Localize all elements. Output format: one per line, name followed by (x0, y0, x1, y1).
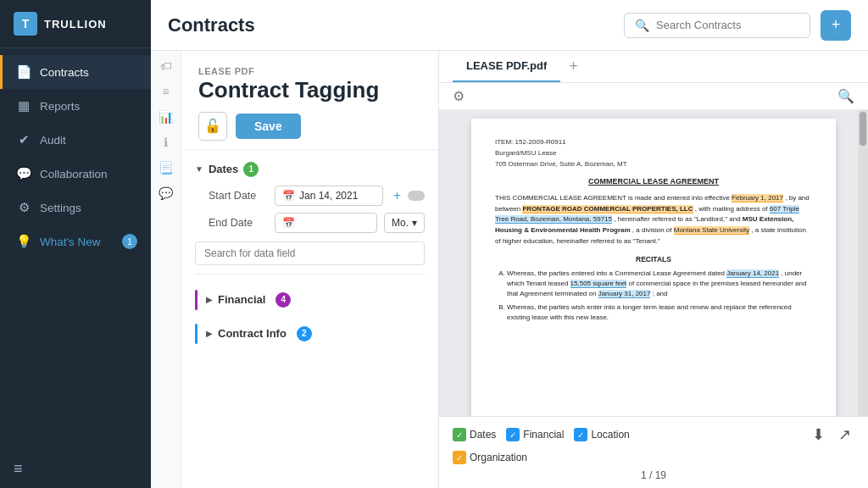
recital-a-end: January 31, 2017 (598, 290, 651, 298)
recitals-list: Whereas, the parties entered into a Comm… (495, 269, 812, 323)
legend-location: ✓ Location (574, 428, 629, 441)
data-field-search[interactable] (195, 241, 425, 265)
dates-label: Dates (209, 163, 238, 175)
contract-title: Contract Tagging (198, 78, 421, 103)
sidebar-item-settings[interactable]: ⚙ Settings (0, 191, 151, 225)
end-date-row: End Date 📅 Mo. ▾ (209, 213, 425, 233)
external-link-button[interactable]: ↗ (835, 424, 854, 446)
recital-a: Whereas, the parties entered into a Comm… (507, 269, 812, 299)
contract-info-badge: 2 (297, 326, 312, 341)
pdf-tab-label: LEASE PDF.pdf (466, 59, 547, 72)
pdf-body: THIS COMMERCIAL LEASE AGREEMENT is made … (495, 193, 812, 324)
reports-icon: ▦ (16, 98, 31, 114)
scrollbar-thumb (860, 112, 866, 146)
pdf-bottom-row1: ✓ Dates ✓ Financial ✓ Location (453, 424, 854, 446)
collaboration-icon: 💬 (16, 166, 31, 181)
add-button[interactable]: + (821, 10, 851, 41)
sidebar-nav: 📄 Contracts ▦ Reports ✔ Audit 💬 Collabor… (0, 48, 151, 450)
search-icon: 🔍 (635, 19, 649, 32)
start-date-row: Start Date 📅 Jan 14, 2021 + (209, 186, 425, 206)
whats-new-icon: 💡 (16, 234, 31, 249)
contract-info-toggle: ▶ (206, 329, 213, 338)
search-field-row (195, 241, 425, 265)
contract-info-label: Contract Info (218, 327, 287, 340)
sidebar-item-collaboration[interactable]: 💬 Collaboration (0, 157, 151, 191)
pdf-actions: ⬇ ↗ (809, 424, 854, 446)
start-date-value: Jan 14, 2021 (299, 190, 358, 202)
contract-toolbar: 🔓 Save (198, 112, 421, 141)
contract-header: LEASE PDF Contract Tagging 🔓 Save (181, 51, 438, 150)
pdf-tabs: LEASE PDF.pdf + (439, 51, 868, 83)
main-content: Contracts 🔍 + 🏷 ≡ 📊 ℹ 📃 💬 (151, 0, 868, 488)
pdf-scrollbar[interactable] (858, 110, 868, 416)
calendar-icon-2: 📅 (282, 217, 295, 229)
sidebar-menu-toggle[interactable]: ≡ (0, 450, 151, 488)
organization-checkbox[interactable]: ✓ (453, 451, 466, 464)
content-area: 🏷 ≡ 📊 ℹ 📃 💬 LEASE PDF Contract Tagging 🔓 (151, 51, 868, 488)
financial-section[interactable]: ▶ Financial 4 (195, 283, 425, 317)
search-box[interactable]: 🔍 (624, 13, 810, 38)
whats-new-badge: 1 (122, 234, 137, 249)
financial-badge: 4 (275, 292, 291, 308)
sidebar-item-label: What's New (40, 236, 101, 248)
lock-button[interactable]: 🔓 (198, 112, 227, 141)
legend-organization: ✓ Organization (453, 451, 527, 464)
recitals-title: RECITALS (495, 254, 812, 266)
legend-row2: ✓ Organization (453, 451, 854, 464)
download-button[interactable]: ⬇ (809, 424, 828, 446)
location-checkbox[interactable]: ✓ (574, 428, 587, 441)
pdf-bottom-bar: ✓ Dates ✓ Financial ✓ Location (439, 416, 868, 488)
legend-items: ✓ Dates ✓ Financial ✓ Location (453, 428, 630, 441)
end-date-label: End Date (209, 217, 268, 229)
pdf-toolbar: ⚙ 🔍 (439, 83, 868, 110)
pdf-gear-icon[interactable]: ⚙ (453, 88, 465, 104)
sidebar-item-label: Contracts (40, 66, 89, 79)
settings-icon: ⚙ (16, 200, 31, 215)
dates-legend-label: Dates (470, 429, 496, 441)
date-fields: Start Date 📅 Jan 14, 2021 + End Date (209, 186, 425, 233)
financial-checkbox[interactable]: ✓ (506, 428, 520, 441)
chart-icon: 📊 (159, 110, 173, 124)
recital-b: Whereas, the parties wish enter into a l… (507, 302, 812, 323)
contracts-icon: 📄 (16, 64, 31, 80)
organization-legend-label: Organization (470, 452, 527, 463)
mo-select[interactable]: Mo. ▾ (384, 213, 425, 233)
pdf-tab-active[interactable]: LEASE PDF.pdf (453, 51, 560, 82)
legend-financial: ✓ Financial (506, 428, 564, 441)
save-button[interactable]: Save (236, 114, 301, 139)
dates-badge: 1 (243, 162, 259, 177)
icon-strip: 🏷 ≡ 📊 ℹ 📃 💬 (151, 51, 181, 488)
pdf-page: ITEM: 152-2009-R0911 Burgard/MSU Lease 7… (471, 119, 836, 416)
sidebar-item-whats-new[interactable]: 💡 What's New 1 (0, 225, 151, 258)
sidebar-item-reports[interactable]: ▦ Reports (0, 89, 151, 123)
sidebar-item-contracts[interactable]: 📄 Contracts (0, 55, 151, 89)
sidebar: T TRULLION 📄 Contracts ▦ Reports ✔ Audit… (0, 0, 151, 488)
sidebar-item-label: Reports (40, 100, 80, 113)
date-highlight: February 1, 2017 (732, 194, 783, 202)
page-number: 1 / 19 (453, 469, 854, 481)
start-date-input[interactable]: 📅 Jan 14, 2021 (275, 186, 383, 206)
sidebar-item-audit[interactable]: ✔ Audit (0, 123, 151, 157)
pdf-search-icon[interactable]: 🔍 (837, 88, 854, 104)
topbar: Contracts 🔍 + (151, 0, 868, 51)
recital-a-area: 15,505 square feet (570, 280, 627, 288)
meta-line2: Burgard/MSU Lease (495, 148, 812, 159)
legend-dates: ✓ Dates (453, 428, 496, 441)
start-date-label: Start Date (209, 190, 268, 202)
dates-section-header[interactable]: ▼ Dates 1 (195, 162, 425, 177)
recital-a-date: January 14, 2021 (726, 269, 779, 278)
end-date-input[interactable]: 📅 (275, 213, 377, 233)
pdf-add-tab[interactable]: + (560, 51, 587, 82)
tag-icon: 🏷 (160, 59, 172, 73)
start-date-toggle (408, 191, 425, 201)
pdf-doc-title: COMMERCIAL LEASE AGREEMENT (495, 176, 812, 188)
dates-checkbox[interactable]: ✓ (453, 428, 466, 441)
contract-info-section[interactable]: ▶ Contract Info 2 (195, 317, 425, 351)
contract-info-bar (195, 324, 198, 344)
party1-highlight: FRONTAGE ROAD COMMERCIAL PROPERTIES, LLC (522, 205, 693, 214)
pdf-content-wrapper: ITEM: 152-2009-R0911 Burgard/MSU Lease 7… (439, 110, 868, 416)
search-input[interactable] (656, 19, 792, 31)
sidebar-item-label: Collaboration (40, 168, 108, 180)
doc-icon: 📃 (159, 161, 173, 175)
start-date-add[interactable]: + (393, 188, 401, 203)
